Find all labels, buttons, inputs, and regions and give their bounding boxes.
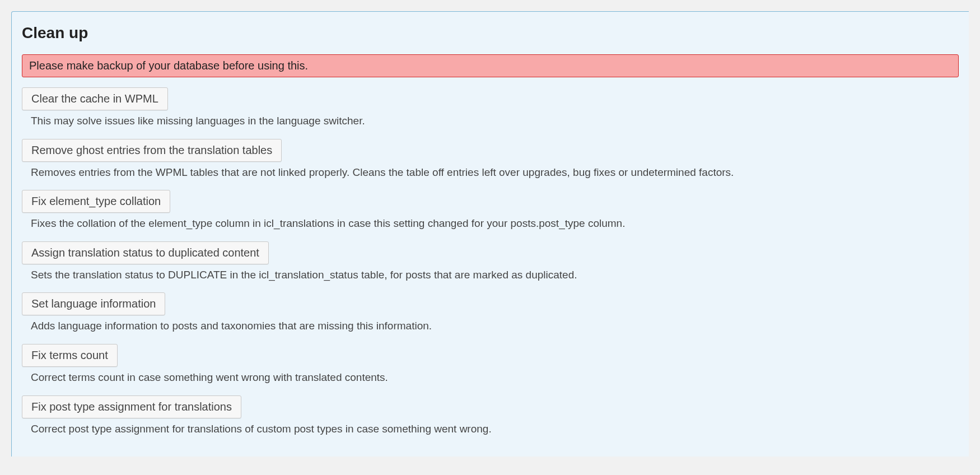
set-language-info-desc: Adds language information to posts and t… <box>31 319 959 334</box>
remove-ghost-button[interactable]: Remove ghost entries from the translatio… <box>22 139 282 162</box>
clear-cache-button[interactable]: Clear the cache in WPML <box>22 87 168 110</box>
action-fix-post-type: Fix post type assignment for translation… <box>22 395 959 437</box>
fix-post-type-desc: Correct post type assignment for transla… <box>31 422 959 437</box>
assign-translation-status-button[interactable]: Assign translation status to duplicated … <box>22 241 269 264</box>
clear-cache-desc: This may solve issues like missing langu… <box>31 114 959 129</box>
action-fix-terms-count: Fix terms count Correct terms count in c… <box>22 344 959 385</box>
panel-title: Clean up <box>22 24 959 42</box>
fix-terms-count-button[interactable]: Fix terms count <box>22 344 118 367</box>
clean-up-panel: Clean up Please make backup of your data… <box>11 11 969 457</box>
assign-translation-status-desc: Sets the translation status to DUPLICATE… <box>31 268 959 283</box>
set-language-info-button[interactable]: Set language information <box>22 292 165 315</box>
backup-warning: Please make backup of your database befo… <box>22 54 959 77</box>
action-clear-cache: Clear the cache in WPML This may solve i… <box>22 87 959 129</box>
action-set-language-info: Set language information Adds language i… <box>22 292 959 334</box>
remove-ghost-desc: Removes entries from the WPML tables tha… <box>31 165 959 180</box>
fix-collation-desc: Fixes the collation of the element_type … <box>31 216 959 231</box>
fix-terms-count-desc: Correct terms count in case something we… <box>31 370 959 385</box>
action-assign-translation-status: Assign translation status to duplicated … <box>22 241 959 283</box>
fix-post-type-button[interactable]: Fix post type assignment for translation… <box>22 395 241 418</box>
action-fix-collation: Fix element_type collation Fixes the col… <box>22 190 959 231</box>
fix-collation-button[interactable]: Fix element_type collation <box>22 190 170 213</box>
action-remove-ghost: Remove ghost entries from the translatio… <box>22 139 959 180</box>
